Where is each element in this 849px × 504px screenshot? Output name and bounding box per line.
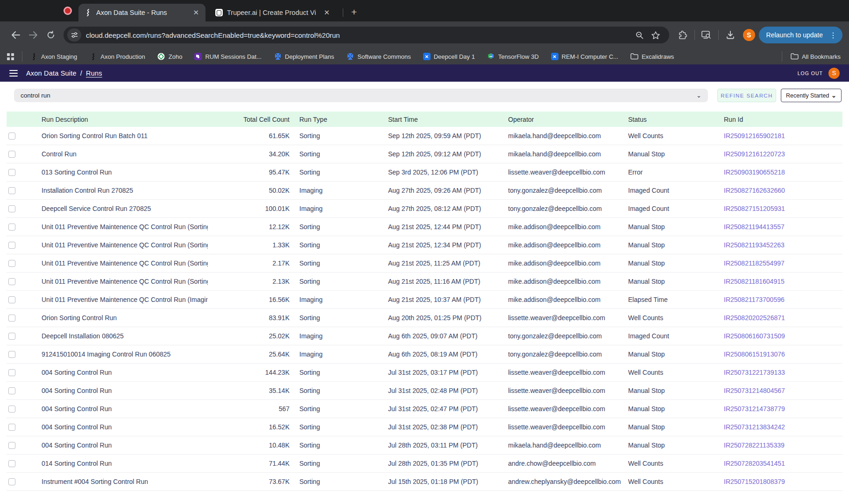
breadcrumb-app-name[interactable]: Axon Data Suite [26,70,77,77]
bookmark-deployment-plans[interactable]: Deployment Plans [274,53,334,61]
table-row: Installation Control Run 270825 50.02K I… [7,182,842,200]
row-checkbox[interactable] [8,460,15,467]
bookmark-excalidraws[interactable]: Excalidraws [630,53,674,61]
tab-title: Axon Data Suite - Runs [96,9,188,16]
run-type-cell: Sorting [290,223,385,231]
browser-profile-avatar[interactable]: S [743,29,755,41]
row-checkbox[interactable] [8,278,15,285]
bookmark-rum-sessions[interactable]: RUM Sessions Dat... [194,53,262,60]
row-checkbox[interactable] [8,351,15,358]
run-id-link[interactable]: IR250827151205931 [722,205,842,212]
operator-cell: lissette.weaver@deepcellbio.com [504,168,626,176]
row-checkbox[interactable] [8,369,15,376]
run-id-link[interactable]: IR250820202526871 [722,314,842,322]
tab-trupeer[interactable]: Trupeer.ai | Create Product Vi ✕ [209,4,336,21]
row-checkbox[interactable] [8,133,15,140]
run-id-link[interactable]: IR250806151913076 [722,350,842,358]
chevron-down-icon[interactable]: ⌄ [696,92,701,99]
table-row: Unit 011 Preventive Maintenence QC Contr… [7,218,842,236]
forward-icon[interactable] [24,26,42,44]
row-checkbox[interactable] [8,424,15,431]
row-checkbox[interactable] [8,205,15,212]
row-checkbox[interactable] [8,315,15,322]
tab-axon-data-suite[interactable]: Axon Data Suite - Runs ✕ [78,4,205,21]
run-id-link[interactable]: IR250731214738779 [722,405,842,413]
relaunch-to-update-button[interactable]: Relaunch to update ⋮ [759,27,842,43]
table-row: Unit 011 Preventive Maintenence QC Contr… [7,254,842,273]
url-bar[interactable]: cloud.deepcell.com/runs?advancedSearchEn… [64,27,669,43]
row-checkbox[interactable] [8,224,15,231]
run-id-link[interactable]: IR250731221739133 [722,369,842,376]
start-time-cell: Jul 28th 2025, 03:11 PM (PDT) [385,441,504,449]
row-checkbox[interactable] [8,169,15,176]
search-input[interactable]: control run ⌄ [14,89,708,102]
close-tab-icon[interactable]: ✕ [192,8,200,17]
run-description-cell: 004 Sorting Control Run [28,423,208,431]
run-id-link[interactable]: IR250821181604915 [722,278,842,285]
status-cell: Manual Stop [626,441,722,449]
run-id-link[interactable]: IR250806160731509 [722,332,842,340]
run-id-link[interactable]: IR250731213834242 [722,423,842,431]
screen-search-icon[interactable] [698,26,715,44]
bookmark-axon-production[interactable]: Axon Production [89,53,145,61]
run-id-link[interactable]: IR250728221135339 [722,441,842,449]
operator-cell: mike.addison@deepcellbio.com [504,296,626,303]
bookmark-zoho[interactable]: Zoho [157,53,183,61]
run-type-cell: Imaging [290,332,385,340]
row-checkbox[interactable] [8,187,15,194]
axon-squiggle-icon [30,53,38,61]
zoom-page-icon[interactable] [632,27,648,43]
run-id-link[interactable]: IR250728203541451 [722,460,842,467]
run-type-cell: Sorting [290,423,385,431]
total-cell-count-cell: 12.12K [208,223,290,231]
run-id-link[interactable]: IR250731214804567 [722,387,842,394]
row-checkbox[interactable] [8,387,15,394]
row-checkbox[interactable] [8,260,15,267]
downloads-icon[interactable] [722,26,739,44]
table-body: Orion Sorting Control Run Batch 011 61.6… [7,127,842,491]
run-id-link[interactable]: IR250827162632660 [722,187,842,194]
row-checkbox[interactable] [8,442,15,449]
operator-cell: lissette.weaver@deepcellbio.com [504,423,626,431]
run-id-link[interactable]: IR250821193452263 [722,241,842,249]
run-id-link[interactable]: IR250912165902181 [722,132,842,140]
breadcrumb-runs-link[interactable]: Runs [86,70,102,77]
reload-icon[interactable] [42,26,60,44]
tensorflow-3d-icon [487,53,495,61]
hamburger-menu-icon[interactable] [9,70,18,77]
run-id-link[interactable]: IR250821173700596 [722,296,842,303]
bookmark-axon-staging[interactable]: Axon Staging [30,53,77,61]
bookmark-software-commons[interactable]: Software Commons [347,53,411,61]
close-tab-icon[interactable]: ✕ [323,8,331,17]
bookmark-deepcell-day-1[interactable]: ✕ Deepcell Day 1 [423,53,475,60]
site-settings-icon[interactable] [67,28,81,42]
row-checkbox[interactable] [8,333,15,340]
row-checkbox[interactable] [8,478,15,485]
extensions-puzzle-icon[interactable] [674,26,692,44]
status-cell: Manual Stop [626,241,722,249]
user-avatar[interactable]: S [828,68,840,79]
refine-search-button[interactable]: REFINE SEARCH [717,89,776,102]
start-time-cell: Aug 21st 2025, 11:25 AM (PDT) [385,259,504,267]
row-checkbox[interactable] [8,406,15,413]
all-bookmarks-button[interactable]: All Bookmarks [791,53,841,61]
run-id-link[interactable]: IR250715201808379 [722,478,842,485]
run-type-cell: Sorting [290,241,385,249]
run-id-link[interactable]: IR250821182554997 [722,259,842,267]
url-text[interactable]: cloud.deepcell.com/runs?advancedSearchEn… [86,31,632,39]
bookmark-tensorflow-3d[interactable]: TensorFlow 3D [487,53,539,61]
row-checkbox[interactable] [8,296,15,303]
back-icon[interactable] [7,26,24,44]
apps-grid-icon[interactable] [7,53,14,61]
row-checkbox[interactable] [8,242,15,249]
log-out-button[interactable]: LOG OUT [798,70,823,76]
bookmark-star-icon[interactable] [648,27,664,43]
new-tab-button[interactable]: + [351,6,357,19]
sort-dropdown[interactable]: Recently Started ⌄ [781,89,842,102]
run-id-link[interactable]: IR250903190655218 [722,168,842,176]
row-checkbox[interactable] [8,151,15,158]
browser-menu-kebab-icon[interactable]: ⋮ [827,31,840,40]
run-id-link[interactable]: IR250912161220723 [722,150,842,158]
bookmark-rem-i-computer[interactable]: ✕ REM-I Computer C... [551,53,618,60]
run-id-link[interactable]: IR250821194413557 [722,223,842,231]
